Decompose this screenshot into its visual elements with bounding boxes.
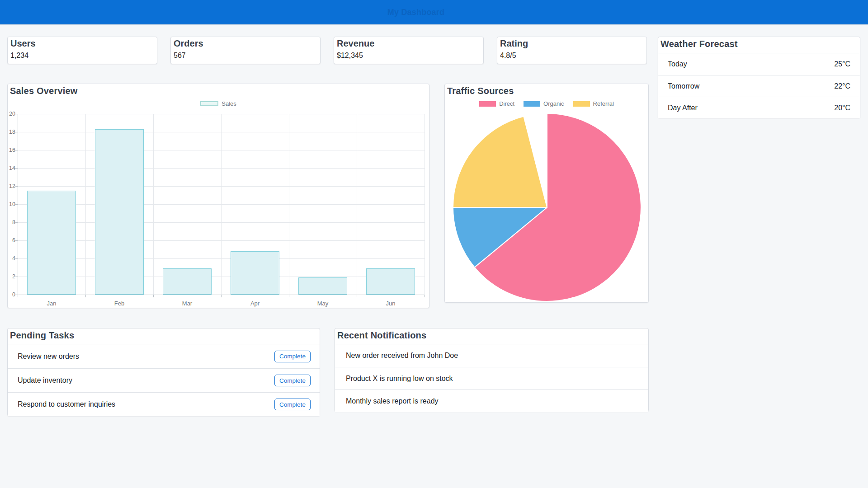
stat-card-revenue: Revenue $12,345 bbox=[334, 37, 484, 64]
sales-chart-title: Sales Overview bbox=[8, 84, 429, 98]
stat-value: $12,345 bbox=[337, 52, 481, 60]
y-tick-label: 12 bbox=[4, 183, 15, 189]
stat-value: 4.8/5 bbox=[500, 52, 644, 60]
y-tick-label: 4 bbox=[4, 255, 15, 262]
x-axis-label: Apr bbox=[221, 300, 289, 307]
notification-row: Product X is running low on stock bbox=[335, 367, 648, 389]
notifications-list: New order received from John Doe Product… bbox=[335, 344, 648, 412]
weather-list: Today 25°C Tomorrow 22°C Day After 20°C bbox=[658, 53, 860, 118]
y-tick-label: 0 bbox=[4, 291, 15, 298]
traffic-sources-card: Traffic Sources DirectOrganicReferral bbox=[444, 84, 649, 303]
x-axis-label: May bbox=[289, 300, 357, 307]
x-tick bbox=[18, 295, 18, 297]
tasks-title: Pending Tasks bbox=[8, 328, 320, 342]
gridline-v bbox=[153, 114, 154, 295]
y-tick-label: 18 bbox=[4, 129, 15, 135]
bar-apr bbox=[231, 251, 279, 295]
gridline-v bbox=[85, 114, 86, 295]
notification-row: New order received from John Doe bbox=[335, 344, 648, 367]
x-tick bbox=[357, 295, 357, 297]
notification-text: New order received from John Doe bbox=[346, 352, 458, 360]
notifications-title: Recent Notifications bbox=[335, 328, 648, 342]
x-tick bbox=[425, 295, 425, 297]
bar-jun bbox=[366, 268, 415, 295]
notification-text: Monthly sales report is ready bbox=[346, 397, 439, 405]
tasks-list: Review new orders Complete Update invent… bbox=[8, 344, 320, 416]
task-label: Update inventory bbox=[18, 376, 72, 385]
x-axis bbox=[18, 295, 425, 295]
app-header: My Dashboard bbox=[0, 0, 868, 25]
weather-temp: 20°C bbox=[834, 104, 850, 112]
traffic-chart-title: Traffic Sources bbox=[445, 84, 648, 98]
y-tick-label: 2 bbox=[4, 273, 15, 280]
task-label: Respond to customer inquiries bbox=[18, 400, 115, 408]
legend-item-sales[interactable]: Sales bbox=[200, 100, 236, 107]
y-tick-label: 10 bbox=[4, 201, 15, 207]
y-axis bbox=[18, 114, 18, 295]
legend-swatch bbox=[479, 101, 496, 107]
stat-label: Orders bbox=[174, 38, 317, 49]
traffic-chart-legend: DirectOrganicReferral bbox=[445, 100, 648, 107]
x-axis-label: Jun bbox=[357, 300, 425, 307]
legend-label: Organic bbox=[543, 100, 564, 107]
bar-mar bbox=[163, 268, 212, 295]
app-title: My Dashboard bbox=[0, 8, 832, 17]
bar-jan bbox=[27, 191, 76, 295]
legend-label: Referral bbox=[593, 100, 614, 107]
bar-feb bbox=[95, 129, 144, 295]
complete-button[interactable]: Complete bbox=[274, 399, 311, 410]
x-tick bbox=[153, 295, 154, 297]
gridline-v bbox=[425, 114, 425, 295]
x-tick bbox=[85, 295, 86, 297]
legend-swatch bbox=[573, 101, 590, 107]
gridline-v bbox=[357, 114, 357, 295]
x-tick bbox=[221, 295, 222, 297]
bar-plot: 20181614121086420JanFebMarAprMayJun bbox=[18, 114, 425, 295]
y-tick-label: 20 bbox=[4, 111, 15, 117]
traffic-pie-chart bbox=[452, 113, 642, 302]
weather-title: Weather Forecast bbox=[658, 37, 860, 51]
weather-day: Tomorrow bbox=[668, 82, 699, 90]
x-tick bbox=[289, 295, 289, 297]
bar-may bbox=[298, 277, 347, 295]
weather-row-tomorrow: Tomorrow 22°C bbox=[658, 75, 860, 97]
notification-text: Product X is running low on stock bbox=[346, 375, 453, 383]
stat-label: Revenue bbox=[337, 38, 481, 49]
weather-row-today: Today 25°C bbox=[658, 53, 860, 75]
weather-temp: 25°C bbox=[834, 60, 850, 68]
weather-forecast-card: Weather Forecast Today 25°C Tomorrow 22°… bbox=[658, 37, 860, 118]
gridline-v bbox=[221, 114, 222, 295]
legend-item-organic[interactable]: Organic bbox=[524, 100, 564, 107]
gridline-v bbox=[289, 114, 289, 295]
weather-day: Day After bbox=[668, 104, 698, 112]
legend-swatch bbox=[200, 101, 218, 106]
weather-row-day-after: Day After 20°C bbox=[658, 97, 860, 118]
sales-chart-legend: Sales bbox=[8, 100, 429, 107]
task-row: Review new orders Complete bbox=[8, 344, 320, 368]
x-axis-label: Mar bbox=[153, 300, 221, 307]
stat-label: Users bbox=[10, 38, 154, 49]
complete-button[interactable]: Complete bbox=[274, 351, 311, 362]
pie-slice-referral bbox=[453, 117, 547, 208]
weather-day: Today bbox=[668, 60, 687, 68]
legend-item-direct[interactable]: Direct bbox=[479, 100, 514, 107]
task-row: Respond to customer inquiries Complete bbox=[8, 392, 320, 416]
stat-card-rating: Rating 4.8/5 bbox=[497, 37, 647, 64]
recent-notifications-card: Recent Notifications New order received … bbox=[335, 328, 649, 412]
y-tick-label: 8 bbox=[4, 219, 15, 225]
y-tick-label: 16 bbox=[4, 147, 15, 153]
complete-button[interactable]: Complete bbox=[274, 375, 311, 386]
x-axis-label: Feb bbox=[85, 300, 153, 307]
notification-row: Monthly sales report is ready bbox=[335, 389, 648, 412]
legend-label: Direct bbox=[499, 100, 514, 107]
stat-card-orders: Orders 567 bbox=[170, 37, 321, 64]
weather-temp: 22°C bbox=[834, 82, 850, 90]
task-label: Review new orders bbox=[18, 352, 79, 361]
pending-tasks-card: Pending Tasks Review new orders Complete… bbox=[7, 328, 320, 416]
task-row: Update inventory Complete bbox=[8, 368, 320, 392]
stat-card-users: Users 1,234 bbox=[7, 37, 157, 64]
stat-value: 1,234 bbox=[10, 52, 154, 60]
legend-item-referral[interactable]: Referral bbox=[573, 100, 614, 107]
stat-value: 567 bbox=[174, 52, 317, 60]
y-tick-label: 14 bbox=[4, 165, 15, 171]
